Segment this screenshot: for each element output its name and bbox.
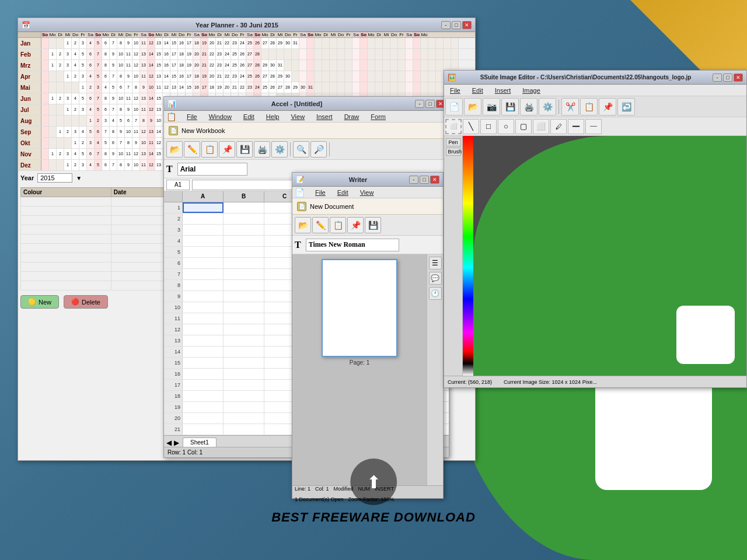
year-planner-close[interactable]: ✕ [462, 21, 472, 29]
accel-menu-window[interactable]: Window [205, 112, 235, 121]
accel-cell-11-b[interactable] [224, 313, 264, 324]
accel-cell-18-a[interactable] [183, 391, 224, 401]
writer-menu-edit[interactable]: Edit [334, 188, 352, 197]
accel-cell-9-b[interactable] [224, 291, 264, 302]
img-tb-undo[interactable]: ↩️ [617, 98, 635, 116]
img-menu-edit[interactable]: Edit [469, 86, 487, 95]
planner-delete-button[interactable]: 🔴 Delete [64, 295, 108, 309]
accel-cell-19-a[interactable] [183, 402, 224, 412]
accel-tb-settings[interactable]: ⚙️ [271, 141, 288, 158]
accel-cell-16-b[interactable] [224, 369, 264, 379]
accel-tb-edit[interactable]: ✏️ [184, 141, 200, 158]
accel-menu-edit[interactable]: Edit [240, 112, 258, 121]
year-planner-titlebar[interactable]: 📅 Year Planner - 30 Juni 2015 - □ ✕ [18, 18, 475, 32]
accel-cell-2-a[interactable] [183, 214, 224, 224]
accel-new-workbook-item[interactable]: 📄 New Workbook [164, 123, 449, 139]
accel-cell-9-a[interactable] [183, 291, 224, 302]
accel-cell-15-a[interactable] [183, 358, 224, 368]
image-editor-minimize[interactable]: - [713, 74, 722, 82]
img-tb-open[interactable]: 📂 [464, 98, 481, 116]
image-editor-titlebar[interactable]: 🖼️ SSuite Image Editor - C:\Users\Christ… [444, 71, 746, 85]
accel-cell-14-b[interactable] [224, 346, 264, 357]
writer-page[interactable] [322, 259, 397, 357]
draw-btn-ellipse[interactable]: ○ [498, 119, 514, 134]
img-menu-image[interactable]: Image [519, 86, 544, 95]
accel-cell-16-a[interactable] [183, 369, 224, 379]
writer-close[interactable]: ✕ [430, 176, 439, 184]
img-tb-print[interactable]: 🖨️ [520, 98, 537, 116]
accel-cell-10-b[interactable] [224, 302, 264, 313]
img-tb-save[interactable]: 💾 [501, 98, 519, 116]
accel-cell-4-b[interactable] [224, 236, 264, 246]
img-tb-new[interactable]: 📄 [445, 98, 463, 116]
accel-tb-search2[interactable]: 🔎 [310, 141, 327, 158]
draw-btn-pencil[interactable]: ╲ [463, 119, 479, 134]
accel-cell-12-a[interactable] [183, 324, 224, 335]
accel-cell-15-b[interactable] [224, 358, 264, 368]
writer-new-document-item[interactable]: 📄 New Document [292, 198, 443, 215]
accel-cell-19-b[interactable] [224, 402, 264, 412]
accel-col-a-header[interactable]: A [183, 191, 224, 202]
accel-menu-help[interactable]: Help [263, 112, 283, 121]
img-menu-insert[interactable]: Insert [491, 86, 515, 95]
accel-col-b-header[interactable]: B [224, 191, 264, 202]
image-editor-close[interactable]: ✕ [734, 74, 743, 82]
planner-new-button[interactable]: 🟡 New [20, 295, 59, 309]
writer-tb-copy[interactable]: 📋 [330, 217, 346, 233]
accel-cell-3-b[interactable] [224, 225, 264, 235]
accel-cell-ref[interactable] [166, 180, 190, 190]
accel-cell-20-b[interactable] [224, 413, 264, 424]
sheet-nav-next[interactable]: ▶ [174, 439, 179, 447]
accel-cell-7-a[interactable] [183, 269, 224, 279]
accel-cell-17-a[interactable] [183, 380, 224, 390]
accel-tb-save[interactable]: 💾 [236, 141, 253, 158]
accel-cell-14-a[interactable] [183, 346, 224, 357]
writer-tb-paste[interactable]: 📌 [347, 217, 364, 233]
accel-cell-10-a[interactable] [183, 302, 224, 313]
accel-cell-4-a[interactable] [183, 236, 224, 246]
planner-year-dropdown-arrow[interactable]: ▼ [76, 175, 82, 181]
accel-cell-6-a[interactable] [183, 258, 224, 268]
writer-font-name-input[interactable] [306, 239, 399, 251]
accel-cell-21-b[interactable] [224, 424, 264, 435]
img-tb-cut[interactable]: ✂️ [561, 98, 579, 116]
sheet-nav-prev[interactable]: ◀ [166, 439, 172, 447]
accel-menu-form[interactable]: Form [367, 112, 389, 121]
accel-cell-8-b[interactable] [224, 280, 264, 290]
image-editor-color-palette[interactable] [463, 136, 473, 376]
accel-cell-20-a[interactable] [183, 413, 224, 424]
accel-cell-13-a[interactable] [183, 335, 224, 346]
image-editor-maximize[interactable]: □ [723, 74, 732, 82]
accel-cell-11-a[interactable] [183, 313, 224, 324]
writer-tb-save[interactable]: 💾 [365, 217, 381, 233]
accel-font-name-input[interactable] [177, 163, 247, 176]
accel-maximize[interactable]: □ [425, 100, 435, 108]
writer-sidebar-history[interactable]: 🕐 [429, 287, 442, 300]
writer-titlebar[interactable]: 📝 Writer - □ ✕ [292, 173, 443, 187]
writer-menu-file[interactable]: File [312, 188, 329, 197]
writer-sidebar-notes[interactable]: ☰ [429, 257, 442, 270]
accel-cell-1-b[interactable] [224, 202, 264, 213]
img-tb-camera[interactable]: 📷 [483, 98, 500, 116]
accel-menu-view[interactable]: View [287, 112, 308, 121]
img-tb-paste[interactable]: 📌 [599, 98, 616, 116]
accel-tb-paste[interactable]: 📌 [219, 141, 235, 158]
accel-cell-7-b[interactable] [224, 269, 264, 279]
draw-btn-rounded-rect[interactable]: ▢ [515, 119, 532, 134]
draw-btn-dotted-line[interactable]: ┄┄ [585, 119, 602, 134]
accel-minimize[interactable]: - [415, 100, 424, 108]
writer-minimize[interactable]: - [409, 176, 418, 184]
accel-cell-8-a[interactable] [183, 280, 224, 290]
accel-titlebar[interactable]: 📊 Accel - [Untitled] - □ ✕ [164, 97, 449, 111]
draw-btn-fill[interactable]: ⬜ [533, 119, 549, 134]
accel-cell-3-a[interactable] [183, 225, 224, 235]
planner-year-input[interactable] [37, 173, 72, 183]
accel-cell-21-a[interactable] [183, 424, 224, 435]
accel-tb-copy[interactable]: 📋 [201, 141, 218, 158]
img-tb-copy[interactable]: 📋 [580, 98, 598, 116]
year-planner-minimize[interactable]: - [441, 21, 451, 29]
accel-cell-12-b[interactable] [224, 324, 264, 335]
accel-cell-13-b[interactable] [224, 335, 264, 346]
draw-btn-line-style[interactable]: ━━ [568, 119, 584, 134]
image-canvas[interactable] [473, 136, 746, 376]
